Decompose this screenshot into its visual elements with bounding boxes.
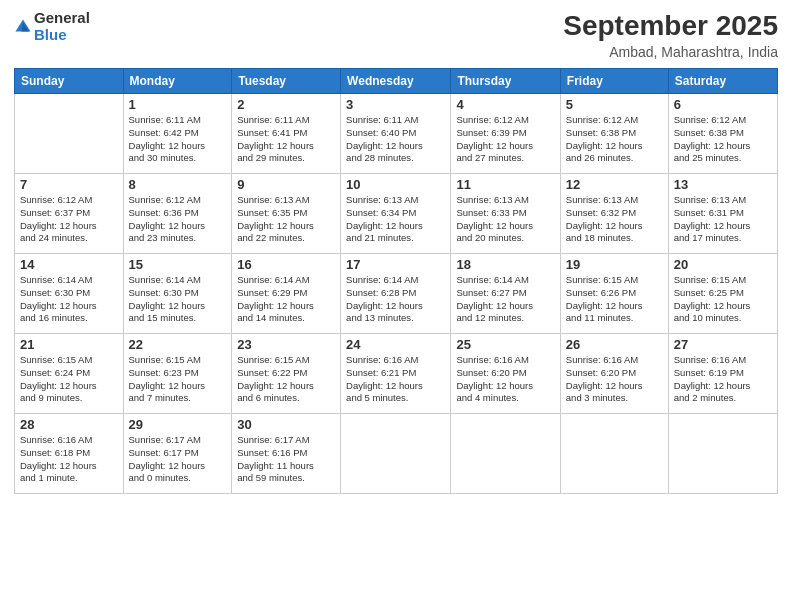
day-number: 16 — [237, 257, 335, 272]
table-row: 4Sunrise: 6:12 AM Sunset: 6:39 PM Daylig… — [451, 94, 560, 174]
table-row: 22Sunrise: 6:15 AM Sunset: 6:23 PM Dayli… — [123, 334, 232, 414]
day-info: Sunrise: 6:16 AM Sunset: 6:18 PM Dayligh… — [20, 434, 118, 485]
table-row: 19Sunrise: 6:15 AM Sunset: 6:26 PM Dayli… — [560, 254, 668, 334]
day-info: Sunrise: 6:11 AM Sunset: 6:42 PM Dayligh… — [129, 114, 227, 165]
day-number: 12 — [566, 177, 663, 192]
day-info: Sunrise: 6:14 AM Sunset: 6:30 PM Dayligh… — [20, 274, 118, 325]
table-row: 18Sunrise: 6:14 AM Sunset: 6:27 PM Dayli… — [451, 254, 560, 334]
header-wednesday: Wednesday — [341, 69, 451, 94]
day-info: Sunrise: 6:13 AM Sunset: 6:34 PM Dayligh… — [346, 194, 445, 245]
table-row: 16Sunrise: 6:14 AM Sunset: 6:29 PM Dayli… — [232, 254, 341, 334]
page: General Blue September 2025 Ambad, Mahar… — [0, 0, 792, 612]
table-row: 12Sunrise: 6:13 AM Sunset: 6:32 PM Dayli… — [560, 174, 668, 254]
day-number: 30 — [237, 417, 335, 432]
logo-blue: Blue — [34, 27, 90, 44]
logo-general: General — [34, 10, 90, 27]
day-number: 7 — [20, 177, 118, 192]
day-number: 2 — [237, 97, 335, 112]
table-row: 28Sunrise: 6:16 AM Sunset: 6:18 PM Dayli… — [15, 414, 124, 494]
day-info: Sunrise: 6:12 AM Sunset: 6:37 PM Dayligh… — [20, 194, 118, 245]
day-number: 23 — [237, 337, 335, 352]
day-number: 9 — [237, 177, 335, 192]
day-number: 29 — [129, 417, 227, 432]
header-sunday: Sunday — [15, 69, 124, 94]
day-info: Sunrise: 6:12 AM Sunset: 6:38 PM Dayligh… — [566, 114, 663, 165]
day-info: Sunrise: 6:12 AM Sunset: 6:36 PM Dayligh… — [129, 194, 227, 245]
day-number: 1 — [129, 97, 227, 112]
day-number: 19 — [566, 257, 663, 272]
table-row: 26Sunrise: 6:16 AM Sunset: 6:20 PM Dayli… — [560, 334, 668, 414]
day-number: 10 — [346, 177, 445, 192]
day-info: Sunrise: 6:13 AM Sunset: 6:33 PM Dayligh… — [456, 194, 554, 245]
header-tuesday: Tuesday — [232, 69, 341, 94]
logo-icon — [14, 18, 32, 36]
day-number: 11 — [456, 177, 554, 192]
day-number: 5 — [566, 97, 663, 112]
table-row — [668, 414, 777, 494]
day-info: Sunrise: 6:14 AM Sunset: 6:29 PM Dayligh… — [237, 274, 335, 325]
table-row — [341, 414, 451, 494]
table-row: 5Sunrise: 6:12 AM Sunset: 6:38 PM Daylig… — [560, 94, 668, 174]
day-info: Sunrise: 6:15 AM Sunset: 6:23 PM Dayligh… — [129, 354, 227, 405]
logo: General Blue — [14, 10, 90, 43]
day-number: 18 — [456, 257, 554, 272]
day-info: Sunrise: 6:15 AM Sunset: 6:26 PM Dayligh… — [566, 274, 663, 325]
day-number: 17 — [346, 257, 445, 272]
day-number: 8 — [129, 177, 227, 192]
title-location: Ambad, Maharashtra, India — [563, 44, 778, 60]
table-row: 11Sunrise: 6:13 AM Sunset: 6:33 PM Dayli… — [451, 174, 560, 254]
day-info: Sunrise: 6:12 AM Sunset: 6:39 PM Dayligh… — [456, 114, 554, 165]
table-row: 30Sunrise: 6:17 AM Sunset: 6:16 PM Dayli… — [232, 414, 341, 494]
table-row — [15, 94, 124, 174]
day-number: 4 — [456, 97, 554, 112]
day-info: Sunrise: 6:17 AM Sunset: 6:16 PM Dayligh… — [237, 434, 335, 485]
day-info: Sunrise: 6:13 AM Sunset: 6:35 PM Dayligh… — [237, 194, 335, 245]
table-row: 15Sunrise: 6:14 AM Sunset: 6:30 PM Dayli… — [123, 254, 232, 334]
table-row: 14Sunrise: 6:14 AM Sunset: 6:30 PM Dayli… — [15, 254, 124, 334]
table-row: 7Sunrise: 6:12 AM Sunset: 6:37 PM Daylig… — [15, 174, 124, 254]
table-row: 13Sunrise: 6:13 AM Sunset: 6:31 PM Dayli… — [668, 174, 777, 254]
table-row: 24Sunrise: 6:16 AM Sunset: 6:21 PM Dayli… — [341, 334, 451, 414]
day-info: Sunrise: 6:15 AM Sunset: 6:25 PM Dayligh… — [674, 274, 772, 325]
table-row: 25Sunrise: 6:16 AM Sunset: 6:20 PM Dayli… — [451, 334, 560, 414]
table-row: 21Sunrise: 6:15 AM Sunset: 6:24 PM Dayli… — [15, 334, 124, 414]
table-row: 6Sunrise: 6:12 AM Sunset: 6:38 PM Daylig… — [668, 94, 777, 174]
day-number: 24 — [346, 337, 445, 352]
header-thursday: Thursday — [451, 69, 560, 94]
calendar-week-0: 1Sunrise: 6:11 AM Sunset: 6:42 PM Daylig… — [15, 94, 778, 174]
day-info: Sunrise: 6:15 AM Sunset: 6:22 PM Dayligh… — [237, 354, 335, 405]
table-row: 2Sunrise: 6:11 AM Sunset: 6:41 PM Daylig… — [232, 94, 341, 174]
table-row: 3Sunrise: 6:11 AM Sunset: 6:40 PM Daylig… — [341, 94, 451, 174]
day-number: 14 — [20, 257, 118, 272]
table-row — [451, 414, 560, 494]
title-block: September 2025 Ambad, Maharashtra, India — [563, 10, 778, 60]
day-number: 28 — [20, 417, 118, 432]
day-number: 26 — [566, 337, 663, 352]
calendar-week-3: 21Sunrise: 6:15 AM Sunset: 6:24 PM Dayli… — [15, 334, 778, 414]
day-info: Sunrise: 6:11 AM Sunset: 6:40 PM Dayligh… — [346, 114, 445, 165]
day-number: 3 — [346, 97, 445, 112]
header-monday: Monday — [123, 69, 232, 94]
header-saturday: Saturday — [668, 69, 777, 94]
title-month: September 2025 — [563, 10, 778, 42]
day-info: Sunrise: 6:16 AM Sunset: 6:20 PM Dayligh… — [566, 354, 663, 405]
header-friday: Friday — [560, 69, 668, 94]
table-row: 17Sunrise: 6:14 AM Sunset: 6:28 PM Dayli… — [341, 254, 451, 334]
calendar-week-2: 14Sunrise: 6:14 AM Sunset: 6:30 PM Dayli… — [15, 254, 778, 334]
table-row: 9Sunrise: 6:13 AM Sunset: 6:35 PM Daylig… — [232, 174, 341, 254]
day-info: Sunrise: 6:16 AM Sunset: 6:20 PM Dayligh… — [456, 354, 554, 405]
day-info: Sunrise: 6:17 AM Sunset: 6:17 PM Dayligh… — [129, 434, 227, 485]
table-row: 10Sunrise: 6:13 AM Sunset: 6:34 PM Dayli… — [341, 174, 451, 254]
day-number: 22 — [129, 337, 227, 352]
day-number: 25 — [456, 337, 554, 352]
day-info: Sunrise: 6:12 AM Sunset: 6:38 PM Dayligh… — [674, 114, 772, 165]
day-info: Sunrise: 6:13 AM Sunset: 6:32 PM Dayligh… — [566, 194, 663, 245]
day-info: Sunrise: 6:16 AM Sunset: 6:21 PM Dayligh… — [346, 354, 445, 405]
calendar-week-1: 7Sunrise: 6:12 AM Sunset: 6:37 PM Daylig… — [15, 174, 778, 254]
day-number: 13 — [674, 177, 772, 192]
table-row: 29Sunrise: 6:17 AM Sunset: 6:17 PM Dayli… — [123, 414, 232, 494]
day-number: 21 — [20, 337, 118, 352]
day-info: Sunrise: 6:14 AM Sunset: 6:27 PM Dayligh… — [456, 274, 554, 325]
calendar-header-row: Sunday Monday Tuesday Wednesday Thursday… — [15, 69, 778, 94]
table-row: 1Sunrise: 6:11 AM Sunset: 6:42 PM Daylig… — [123, 94, 232, 174]
